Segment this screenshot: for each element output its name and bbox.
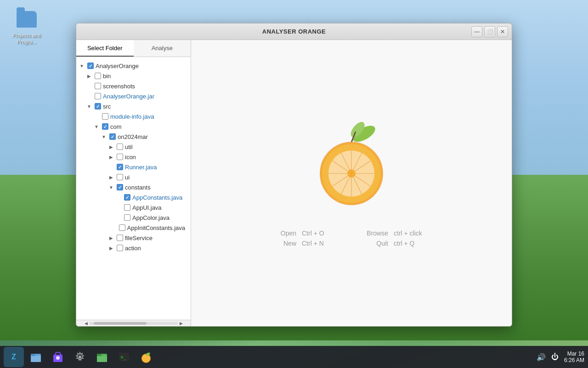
tree-checkbox-module-info[interactable] bbox=[102, 113, 108, 120]
tree-toggle-ui[interactable]: ▶ bbox=[107, 173, 115, 181]
tree-checkbox-icon[interactable] bbox=[117, 154, 123, 160]
tree-toggle-bin[interactable]: ▶ bbox=[85, 72, 93, 80]
tree-checkbox-analyser-orange[interactable] bbox=[87, 63, 94, 69]
maximize-button[interactable]: ⬜ bbox=[484, 26, 495, 37]
tree-label-icon: icon bbox=[125, 154, 136, 161]
desktop-icon-projects[interactable]: Projects and Progra... bbox=[8, 8, 45, 46]
power-icon[interactable]: ⏻ bbox=[551, 353, 559, 361]
tree-item-AppConstants-java[interactable]: ▶ AppConstants.java bbox=[78, 192, 189, 202]
tree-label-bin: bin bbox=[103, 73, 111, 80]
tree-item-action[interactable]: ▶ action bbox=[78, 243, 189, 253]
taskbar-zorin-menu[interactable]: Z bbox=[4, 347, 24, 367]
tree-checkbox-jar[interactable] bbox=[95, 93, 101, 99]
tree-toggle-analyser-orange[interactable]: ▼ bbox=[78, 62, 85, 69]
tree-item-module-info[interactable]: ▶ module-info.java bbox=[78, 111, 189, 121]
tree-label-AppUI: AppUI.java bbox=[132, 204, 162, 211]
desktop-icon-trash[interactable]: Trash bbox=[8, 306, 45, 337]
tree-item-AppInitConstants-java[interactable]: ▶ AppInitConstants.java bbox=[78, 223, 189, 233]
tree-item-AppColor-java[interactable]: ▶ AppColor.java bbox=[78, 213, 189, 223]
orange-logo bbox=[305, 119, 397, 211]
taskbar-system-tray: 🔊 ⏻ Mar 16 6:26 AM bbox=[537, 351, 584, 363]
shortcut-new-action: New bbox=[260, 240, 296, 247]
shortcut-browse-action: Browse bbox=[351, 230, 388, 237]
tree-item-fileService[interactable]: ▶ fileService bbox=[78, 233, 189, 243]
tree-toggle-src[interactable]: ▼ bbox=[85, 103, 93, 110]
scroll-right-btn[interactable]: ▶ bbox=[178, 320, 184, 327]
left-panel: Select Folder Analyse ▼ AnalyserOrange bbox=[76, 40, 191, 326]
taskbar-files[interactable] bbox=[92, 347, 112, 367]
svg-point-33 bbox=[142, 355, 150, 362]
tree-checkbox-AppInitConstants[interactable] bbox=[119, 224, 125, 231]
tree-toggle-on2024mar[interactable]: ▼ bbox=[100, 133, 107, 140]
close-button[interactable]: ✕ bbox=[497, 26, 508, 37]
tree-item-bin[interactable]: ▶ bin bbox=[78, 71, 189, 81]
tree-item-constants[interactable]: ▼ constants bbox=[78, 182, 189, 192]
tree-item-src[interactable]: ▼ src bbox=[78, 101, 189, 111]
tree-container[interactable]: ▼ AnalyserOrange ▶ bin ▶ bbox=[76, 57, 191, 320]
tree-item-on2024mar[interactable]: ▼ on2024mar bbox=[78, 132, 189, 142]
tree-checkbox-src[interactable] bbox=[95, 103, 101, 109]
tree-item-runner-java[interactable]: ▶ Runner.java bbox=[78, 162, 189, 172]
tree-label-AppColor: AppColor.java bbox=[132, 214, 170, 221]
tree-checkbox-constants[interactable] bbox=[117, 184, 123, 190]
taskbar-clock[interactable]: Mar 16 6:26 AM bbox=[564, 351, 584, 363]
svg-rect-22 bbox=[31, 356, 41, 362]
tree-toggle-fileService[interactable]: ▶ bbox=[107, 234, 115, 242]
tree-toggle-action[interactable]: ▶ bbox=[107, 244, 115, 252]
tree-item-screenshots[interactable]: ▶ screenshots bbox=[78, 81, 189, 91]
taskbar: Z bbox=[0, 346, 588, 368]
tree-item-analyserOrange-jar[interactable]: ▶ AnalyserOrange.jar bbox=[78, 91, 189, 101]
taskbar-file-manager[interactable] bbox=[26, 347, 46, 367]
tree-item-util[interactable]: ▶ util bbox=[78, 142, 189, 152]
tab-select-folder[interactable]: Select Folder bbox=[76, 40, 134, 57]
taskbar-orange-app[interactable] bbox=[136, 347, 156, 367]
svg-rect-29 bbox=[97, 354, 102, 356]
svg-rect-1 bbox=[21, 314, 32, 326]
taskbar-settings[interactable] bbox=[70, 347, 90, 367]
scroll-track[interactable] bbox=[89, 322, 178, 325]
tree-checkbox-screenshots[interactable] bbox=[95, 83, 101, 89]
taskbar-terminal[interactable]: >_ bbox=[114, 347, 134, 367]
shortcut-quit-action: Quit bbox=[351, 240, 388, 247]
tree-checkbox-ui[interactable] bbox=[117, 174, 123, 180]
tree-item-icon[interactable]: ▶ icon bbox=[78, 152, 189, 162]
volume-icon[interactable]: 🔊 bbox=[537, 353, 546, 362]
tree-checkbox-com[interactable] bbox=[102, 123, 108, 130]
shortcut-open-keys: Ctrl + O bbox=[296, 230, 351, 237]
tree-item-AppUI-java[interactable]: ▶ AppUI.java bbox=[78, 202, 189, 213]
tree-item-analyser-orange[interactable]: ▼ AnalyserOrange bbox=[78, 61, 189, 71]
tree-checkbox-AppUI[interactable] bbox=[124, 204, 130, 211]
right-panel: Open Ctrl + O Browse ctrl + click New Ct… bbox=[191, 40, 512, 326]
window-titlebar: ANALYSER ORANGE — ⬜ ✕ bbox=[76, 23, 512, 40]
tree-checkbox-fileService[interactable] bbox=[117, 235, 123, 241]
tree-checkbox-action[interactable] bbox=[117, 245, 123, 251]
svg-rect-28 bbox=[97, 356, 107, 362]
tree-label-on2024mar: on2024mar bbox=[118, 133, 148, 140]
scroll-thumb[interactable] bbox=[94, 322, 147, 325]
tree-checkbox-runner[interactable] bbox=[117, 164, 123, 170]
tree-checkbox-bin[interactable] bbox=[95, 73, 101, 79]
minimize-button[interactable]: — bbox=[471, 26, 482, 37]
tree-checkbox-AppColor[interactable] bbox=[124, 214, 130, 221]
scroll-left-btn[interactable]: ◀ bbox=[83, 320, 89, 327]
taskbar-store[interactable] bbox=[48, 347, 68, 367]
tab-analyse[interactable]: Analyse bbox=[134, 40, 191, 57]
tree-item-ui[interactable]: ▶ ui bbox=[78, 172, 189, 182]
horizontal-scrollbar[interactable]: ◀ ▶ bbox=[76, 320, 191, 326]
icon-label-trash: Trash bbox=[20, 330, 33, 337]
tree-toggle-constants[interactable]: ▼ bbox=[107, 184, 115, 191]
tree-checkbox-AppConstants[interactable] bbox=[124, 194, 130, 201]
window-controls: — ⬜ ✕ bbox=[471, 26, 508, 37]
tree-toggle-icon[interactable]: ▶ bbox=[107, 153, 115, 161]
tree-label-action: action bbox=[125, 245, 141, 252]
svg-rect-5 bbox=[19, 311, 34, 313]
svg-rect-23 bbox=[31, 354, 35, 356]
tree-label-jar: AnalyserOrange.jar bbox=[103, 93, 154, 100]
svg-rect-6 bbox=[24, 309, 29, 311]
tree-toggle-com[interactable]: ▼ bbox=[93, 123, 100, 130]
tree-checkbox-on2024mar[interactable] bbox=[109, 133, 116, 140]
tree-item-com[interactable]: ▼ com bbox=[78, 121, 189, 132]
tree-checkbox-util[interactable] bbox=[117, 144, 123, 150]
tree-label-runner: Runner.java bbox=[125, 164, 157, 171]
tree-toggle-util[interactable]: ▶ bbox=[107, 143, 115, 150]
